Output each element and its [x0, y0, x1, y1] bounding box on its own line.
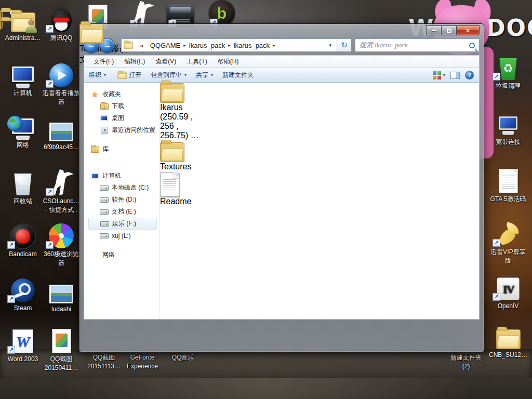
desktop-icon-steam[interactable]: ↗ Steam: [1, 276, 45, 313]
close-button[interactable]: ×: [456, 25, 480, 35]
desktop-icon-network[interactable]: 网络: [1, 113, 45, 150]
nav-libraries[interactable]: 库: [88, 143, 160, 155]
recycle-bin-icon: [14, 174, 32, 195]
file-item-textures[interactable]: Textures: [160, 140, 199, 172]
desktop-icon-recycle-bin[interactable]: 回收站: [1, 169, 45, 206]
nav-drive-l[interactable]: xuj (L:): [88, 230, 160, 242]
desktop-icon-qq[interactable]: ↗ 腾讯QQ: [39, 6, 83, 43]
file-list[interactable]: Ikarus (250.59 , 256 , 256.75) … Texture…: [160, 83, 199, 319]
desktop-icon-computer[interactable]: 计算机: [1, 61, 45, 98]
star-icon: ★: [90, 90, 99, 99]
qq-penguin-icon: [51, 8, 72, 32]
folder-icon: [160, 142, 184, 162]
desktop-icon-administrator[interactable]: Administra…: [1, 6, 45, 43]
shortcut-arrow-icon: ↗: [493, 293, 500, 301]
desktop-icon-photo[interactable]: 6f9b9ac45…: [39, 115, 83, 152]
shortcut-arrow-icon: ↗: [493, 239, 500, 247]
recent-pages-chevron-icon[interactable]: ▾: [116, 43, 119, 48]
file-item-readme[interactable]: Readme: [160, 172, 199, 206]
menu-help[interactable]: 帮助(H): [212, 56, 244, 68]
nav-drive-c[interactable]: 本地磁盘 (C:): [88, 182, 160, 194]
system-drive-icon: [100, 185, 109, 191]
desktop-icon-geforce[interactable]: GeForceExperience: [121, 353, 164, 371]
change-view-button[interactable]: ▾: [433, 71, 445, 79]
desktop-icon-newfolder2[interactable]: 新建文件夹(2): [444, 353, 488, 371]
desktop-icon-xunlei-player[interactable]: ↗ 迅雷看看播放器: [39, 61, 83, 107]
network-icon: [12, 118, 34, 134]
text-file-icon: [499, 169, 518, 193]
photo-thumbnail-icon: [49, 123, 73, 141]
minimize-button[interactable]: [426, 25, 441, 35]
include-in-library-button[interactable]: 包含到库中▾: [146, 69, 191, 82]
command-toolbar: 组织▾ 打开 包含到库中▾ 共享▾ 新建文件夹 ▾ ?: [84, 68, 480, 83]
breadcrumb-separator-icon: ▸: [273, 43, 275, 48]
address-bar-row: ← → ▾ « QQGAME ▸ ikarus_pack ▸ ikarus_pa…: [84, 37, 480, 53]
shortcut-arrow-icon: ↗: [7, 346, 15, 354]
text-file-icon: [160, 172, 179, 197]
recent-places-icon: [101, 127, 108, 134]
nav-drive-d[interactable]: 软件 (D:): [88, 194, 160, 206]
search-input[interactable]: 搜索 ikarus_pack: [355, 38, 480, 52]
share-button[interactable]: 共享▾: [191, 69, 218, 82]
shortcut-arrow-icon: ↗: [46, 25, 54, 33]
open-button[interactable]: 打开: [113, 66, 146, 85]
computer-icon: [91, 173, 99, 179]
desktop-icon-ludashi[interactable]: ludashi: [39, 277, 83, 314]
new-folder-button[interactable]: 新建文件夹: [218, 69, 258, 82]
menu-tools[interactable]: 工具(T): [181, 56, 212, 68]
desktop-icon-qqshot2[interactable]: QQ截图20151113…: [82, 353, 126, 371]
desktop-icon: [100, 115, 108, 121]
desktop-icon-gta5key[interactable]: GTA 5激活码: [486, 167, 530, 204]
views-icon: [433, 71, 441, 79]
breadcrumb-qqgame[interactable]: QQGAME: [147, 42, 184, 49]
nav-downloads[interactable]: 下载: [88, 100, 160, 112]
breadcrumb[interactable]: « QQGAME ▸ ikarus_pack ▸ ikarus_pack ▸ ▾: [121, 38, 337, 52]
folder-icon: [79, 24, 104, 44]
nav-desktop[interactable]: 桌面: [88, 112, 160, 124]
search-placeholder: 搜索 ikarus_pack: [360, 41, 469, 50]
views-dropdown-icon: ▾: [443, 73, 445, 77]
help-button[interactable]: ?: [465, 71, 474, 79]
desktop-icon-qqmusic[interactable]: QQ音乐: [161, 353, 205, 362]
nav-favorites[interactable]: ★收藏夹: [88, 88, 160, 100]
drive-icon: [100, 233, 109, 238]
drive-icon: [100, 221, 109, 227]
preview-pane-button[interactable]: [450, 72, 460, 79]
desktop-icon-xunlei-vip[interactable]: ↗ 迅雷VIP尊享版: [486, 220, 530, 265]
desktop-icon-broadband[interactable]: 宽带连接: [486, 110, 530, 147]
shortcut-arrow-icon: ↗: [46, 188, 54, 196]
menu-view[interactable]: 查看(V): [150, 56, 181, 68]
breadcrumb-prefix[interactable]: «: [137, 42, 147, 49]
nav-drive-e[interactable]: 文档 (E:): [88, 206, 160, 218]
desktop-icon-csolauncher[interactable]: ↗ CSOLaunc…- 快捷方式 .: [39, 169, 83, 215]
nav-computer[interactable]: 计算机: [88, 170, 160, 182]
drive-icon: [100, 209, 109, 215]
desktop: WA DOGS ↗ ↗ ↗ b↗ Administra… 计算机 网络 回收站 …: [0, 0, 532, 399]
navigation-pane: ★收藏夹 下载 桌面 最近访问的位置 库 计算机 本地磁盘 (C:) 软件 (D…: [84, 83, 160, 319]
file-item-ikarus[interactable]: Ikarus (250.59 , 256 , 256.75) …: [160, 83, 199, 140]
desktop-icon-qqshot1[interactable]: QQ截图20150411…: [39, 327, 83, 373]
photo-thumbnail-icon: [49, 285, 73, 303]
broadband-icon: [499, 116, 517, 130]
window-body: ★收藏夹 下载 桌面 最近访问的位置 库 计算机 本地磁盘 (C:) 软件 (D…: [84, 83, 480, 320]
maximize-button[interactable]: [441, 25, 456, 35]
window-caption-buttons: ×: [426, 25, 480, 35]
desktop-icon-bandicam[interactable]: ↗ Bandicam: [1, 222, 45, 259]
nav-recent-places[interactable]: 最近访问的位置: [88, 124, 160, 136]
explorer-window: × ← → ▾ « QQGAME ▸ ikarus_pack ▸ ikarus_…: [79, 23, 484, 352]
breadcrumb-ikarus-pack-2[interactable]: ikarus_pack: [231, 42, 273, 49]
desktop-icon-360browser[interactable]: ↗ 360极速浏览器: [39, 222, 83, 268]
desktop-icon-trash-clean[interactable]: ↗ 垃圾清理: [486, 54, 530, 90]
search-icon[interactable]: [469, 43, 475, 48]
nav-network[interactable]: 网络: [88, 249, 160, 261]
breadcrumb-ikarus-pack-1[interactable]: ikarus_pack: [186, 42, 228, 49]
refresh-button[interactable]: ↻: [337, 38, 352, 52]
organize-button[interactable]: 组织▾: [84, 69, 111, 82]
nav-drive-f[interactable]: 娱乐 (F:): [88, 218, 157, 230]
folder-icon: [496, 329, 521, 349]
desktop-icon-cnb[interactable]: CNB_SU12…: [486, 323, 530, 360]
desktop-icon-openiv[interactable]: IV↗ OpenIV: [486, 274, 530, 311]
desktop-icon-word2003[interactable]: W↗ Word 2003: [1, 327, 45, 364]
shortcut-arrow-icon: ↗: [493, 73, 500, 81]
address-dropdown-icon[interactable]: ▾: [326, 43, 335, 48]
